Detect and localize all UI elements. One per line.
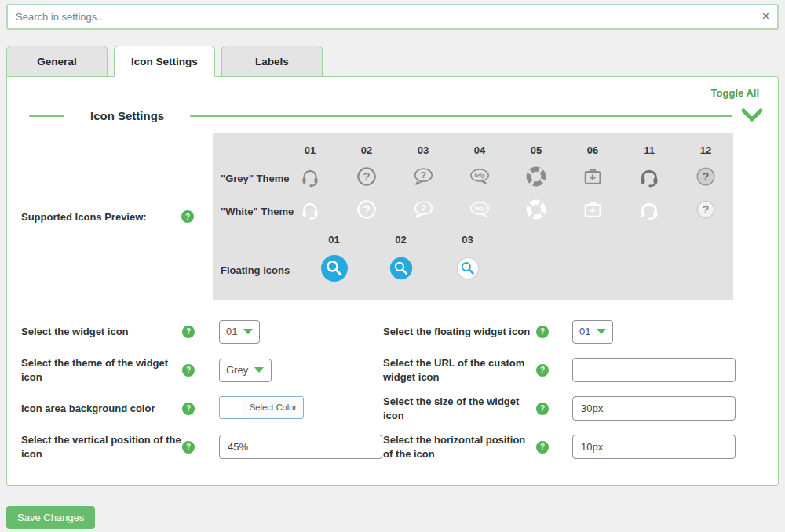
magnifier-blue-icon (320, 254, 349, 282)
help-icon[interactable]: ? (536, 326, 549, 338)
section-title: Icon Settings (90, 109, 164, 122)
tab-labels[interactable]: Labels (221, 46, 323, 77)
svg-text:?: ? (703, 170, 710, 183)
settings-search-bar: × (6, 4, 779, 30)
settings-tabs: General Icon Settings Labels (6, 46, 779, 76)
floating-column-header: 01 (301, 234, 367, 246)
select-the-url-of-the-custom-widget-icon-input[interactable] (572, 358, 736, 382)
headset-solid-icon (637, 165, 661, 188)
chevron-down-icon (243, 329, 253, 334)
field-label: Select the size of the widget icon (383, 395, 536, 422)
svg-text:?: ? (421, 170, 426, 180)
preview-column-header: 11 (621, 144, 677, 156)
fields-grid: Select the widget icon?01Select the floa… (7, 312, 778, 466)
search-input[interactable] (6, 4, 779, 30)
preview-column-header: 03 (395, 144, 451, 156)
question-ball-icon: ? (694, 198, 717, 221)
lifebuoy-icon (524, 165, 548, 188)
select-the-horizontal-position-of-the-icon-input[interactable] (572, 435, 736, 459)
select-color-button[interactable]: Select Color (243, 397, 303, 418)
headset-icon (298, 198, 322, 221)
toggle-all-link[interactable]: Toggle All (7, 77, 778, 99)
question-ball-icon: ? (694, 165, 717, 188)
help-icon[interactable]: ? (536, 403, 549, 415)
chevron-down-icon (254, 367, 264, 373)
svg-text:?: ? (363, 169, 370, 183)
select-the-vertical-position-of-the-icon-input[interactable] (219, 435, 382, 459)
preview-row-label: Floating icons (213, 264, 301, 276)
chevron-down-icon (597, 329, 606, 334)
select-the-size-of-the-widget-icon-input[interactable] (572, 396, 736, 421)
preview-column-header: 04 (451, 144, 508, 156)
select-the-floating-widget-icon-select[interactable]: 01 (572, 320, 613, 344)
help-icon[interactable]: ? (182, 403, 195, 415)
preview-column-header: 05 (508, 144, 564, 156)
select-the-theme-of-the-widget-icon-select[interactable]: Grey (219, 359, 272, 382)
field-label: Select the vertical position of the icon (21, 433, 182, 461)
save-changes-button[interactable]: Save Changes (6, 506, 95, 529)
help-icon[interactable]: ? (536, 364, 549, 377)
magnifier-blue-small-icon (389, 257, 413, 280)
help-icon[interactable]: ? (181, 210, 194, 223)
field-label: Select the widget icon (21, 325, 182, 339)
help-icon[interactable]: ? (536, 441, 549, 454)
preview-column-header: 01 (282, 144, 338, 156)
preview-label: Supported Icons Preview: (21, 211, 147, 223)
field-label: Select the horizontal position of the ic… (383, 433, 536, 461)
magnifier-white-icon (456, 257, 480, 280)
settings-panel: Toggle All Icon Settings Supported Icons… (6, 76, 779, 486)
section-header: Icon Settings (29, 105, 764, 126)
medkit-icon (581, 165, 604, 188)
divider-line (29, 115, 64, 117)
divider-line (190, 115, 732, 117)
icon-preview-grid: 0102030405061112"Grey" Theme??help?"Whit… (213, 133, 733, 300)
svg-text:?: ? (363, 202, 370, 216)
question-bubble-icon: ? (411, 198, 435, 221)
svg-text:help: help (474, 173, 484, 179)
floating-column-header: 02 (367, 234, 434, 246)
help-icon[interactable]: ? (182, 326, 195, 338)
headset-icon (298, 165, 322, 188)
question-bubble-icon: ? (411, 165, 435, 188)
color-swatch[interactable] (220, 397, 243, 418)
chevron-down-icon[interactable] (740, 107, 764, 123)
headset-solid-icon (637, 198, 661, 221)
help-icon[interactable]: ? (182, 364, 195, 377)
select-the-widget-icon-select[interactable]: 01 (219, 320, 260, 344)
help-bubble-icon: help (468, 198, 491, 221)
clear-search-icon[interactable]: × (762, 9, 769, 24)
preview-row-label: "White" Theme (213, 206, 282, 217)
field-label: Select the theme of the widget icon (21, 356, 182, 384)
icon-preview-section: Supported Icons Preview: ? 0102030405061… (7, 133, 778, 300)
preview-column-header: 02 (338, 144, 395, 156)
preview-row-label: "Grey" Theme (213, 173, 282, 184)
tab-general[interactable]: General (6, 46, 108, 77)
icon-area-background-color-picker[interactable]: Select Color (219, 396, 304, 419)
field-label: Select the floating widget icon (383, 325, 536, 339)
floating-column-header: 03 (434, 234, 501, 246)
help-icon[interactable]: ? (182, 441, 195, 454)
preview-column-header: 12 (677, 144, 734, 156)
field-label: Icon area background color (21, 402, 182, 416)
preview-column-header: 06 (564, 144, 621, 156)
question-circle-icon: ? (355, 165, 378, 188)
svg-text:?: ? (703, 203, 710, 216)
field-label: Select the URL of the custom widget icon (383, 356, 536, 384)
question-circle-icon: ? (355, 198, 378, 221)
medkit-icon (581, 198, 604, 221)
lifebuoy-icon (524, 198, 548, 221)
svg-text:?: ? (421, 203, 426, 213)
help-bubble-icon: help (468, 165, 491, 188)
tab-icon-settings[interactable]: Icon Settings (114, 46, 215, 77)
svg-text:help: help (474, 206, 484, 212)
